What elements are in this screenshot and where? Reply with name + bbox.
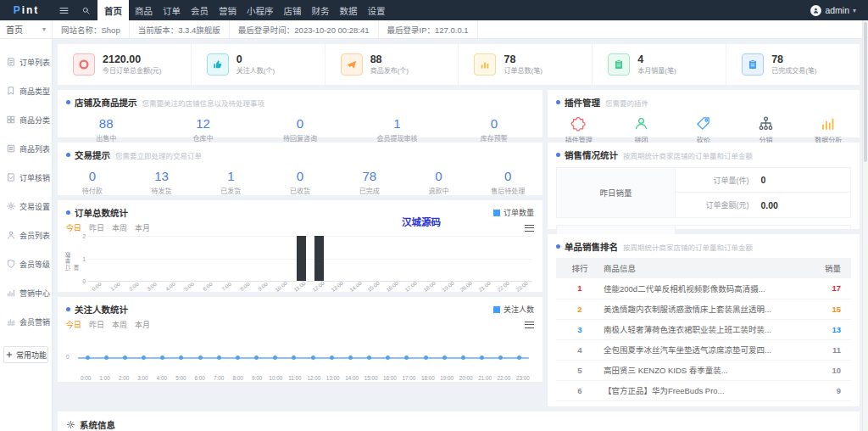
- x-tick: 0:00: [88, 283, 107, 297]
- sidebar-footer-button[interactable]: 常用功能: [3, 346, 48, 363]
- shop-stat[interactable]: 0待回复咨询: [252, 116, 348, 143]
- trade-stat[interactable]: 78已完成: [335, 169, 404, 195]
- panel-title: 系统信息: [80, 418, 115, 431]
- plugin-item[interactable]: 插件管理: [548, 115, 610, 144]
- sidebar-page-select-value: 首页: [6, 23, 23, 36]
- x-tick: 14:00: [348, 283, 366, 297]
- ranking-product-name[interactable]: 佳能200d二代单反相机视频影像数码高清摄...: [604, 278, 802, 299]
- trade-stat[interactable]: 0已收货: [265, 169, 335, 195]
- sidebar-item[interactable]: 会员列表: [0, 221, 52, 249]
- sidebar-item[interactable]: 会员营销: [0, 307, 52, 336]
- x-tick-label: 9:00: [248, 375, 266, 381]
- ranking-product-name[interactable]: 美逸情趣内衣制服诱惑激情床上套装黑丝透明...: [604, 299, 802, 319]
- order-verify-icon: [6, 172, 16, 182]
- sidebar-toggle-icon[interactable]: [53, 0, 75, 20]
- main-menu-item[interactable]: 订单: [159, 0, 185, 20]
- x-tick-label: 22:00: [496, 280, 510, 293]
- main-menu-item[interactable]: 小程序: [242, 0, 278, 20]
- y-tick: 0: [82, 278, 86, 284]
- page-scrollbar[interactable]: [862, 20, 868, 431]
- shop-stat[interactable]: 0库存预警: [446, 116, 542, 143]
- main-menu-item[interactable]: 数据: [336, 0, 362, 20]
- sidebar-item[interactable]: 订单核销: [0, 163, 52, 192]
- chart-menu-icon[interactable]: [525, 225, 534, 232]
- sidebar-page-select[interactable]: 首页 ▾: [0, 20, 53, 38]
- sidebar-item[interactable]: 商品分类: [0, 105, 52, 134]
- stat-card[interactable]: 88商品发布(个): [325, 44, 459, 85]
- chart-period-tab[interactable]: 今日: [66, 222, 81, 233]
- shop-stat[interactable]: 1会员提现审核: [348, 116, 445, 143]
- sidebar-item[interactable]: 订单列表: [0, 48, 52, 76]
- plus-icon: [5, 350, 14, 359]
- main-menu-item[interactable]: 商品: [131, 0, 157, 20]
- chart-menu-icon[interactable]: [525, 322, 534, 328]
- ranking-product-name[interactable]: 南极人轻奢薄荷色连衣裙职业装上班工装时装...: [604, 319, 802, 339]
- sidebar-item[interactable]: 会员等级: [0, 249, 52, 278]
- chart-period-tab[interactable]: 本周: [112, 222, 127, 233]
- main-menu: 首页商品订单会员营销小程序店铺财务数据设置: [97, 0, 391, 20]
- trade-stat[interactable]: 0待付款: [58, 169, 127, 195]
- stat-card[interactable]: 78订单总数(笔): [458, 44, 592, 85]
- chart-period-tab[interactable]: 昨日: [89, 319, 104, 330]
- user-menu[interactable]: admin ▾: [810, 0, 868, 20]
- legend-swatch: [493, 306, 500, 313]
- main-menu-item[interactable]: 设置: [364, 0, 390, 20]
- plugin-item[interactable]: 数据分析: [797, 115, 860, 144]
- main-menu-item[interactable]: 店铺: [280, 0, 306, 20]
- plugin-item[interactable]: 拼团: [610, 115, 673, 144]
- ranking-product-name[interactable]: 全包围夏季冰丝汽车坐垫透气凉席凉垫可爱四...: [604, 339, 802, 360]
- stat-card[interactable]: 0关注人数(个): [191, 44, 325, 85]
- chart-period-tab[interactable]: 今日: [66, 319, 81, 330]
- sales-metric-label: 订单量(件): [676, 175, 749, 186]
- ranking-product-name[interactable]: 高田贤三 KENZO KIDS 春季童装...: [604, 360, 802, 380]
- main-menu-item[interactable]: 营销: [214, 0, 241, 20]
- gear-icon: [66, 420, 75, 429]
- chart-period-tab[interactable]: 本周: [112, 319, 127, 330]
- shop-stat[interactable]: 88出售中: [58, 116, 154, 143]
- stat-card[interactable]: 78已完成交易(笔): [726, 44, 860, 85]
- sidebar-item-label: 订单核销: [19, 172, 50, 183]
- trade-stat[interactable]: 0售后待处理: [473, 169, 542, 195]
- group-icon: [633, 115, 649, 132]
- x-tick-label: 2:00: [127, 281, 139, 292]
- chart-period-tab[interactable]: 本月: [135, 222, 150, 233]
- trade-stat[interactable]: 1已发货: [196, 169, 265, 195]
- chart-period-tab[interactable]: 昨日: [89, 222, 104, 233]
- watermark-link[interactable]: 汉城源码: [402, 215, 441, 228]
- main-menu-item[interactable]: 会员: [186, 0, 213, 20]
- stat-card[interactable]: 4本月销量(笔): [592, 44, 726, 85]
- x-tick: 16:00: [384, 283, 403, 297]
- sidebar-item[interactable]: 商品列表: [0, 134, 52, 163]
- shop-stat[interactable]: 12仓库中: [154, 116, 251, 143]
- trade-tips-panel: 交易提示 您需要立即处理的交易订单 0待付款13待发货1已发货0已收货78已完成…: [58, 143, 542, 195]
- x-tick-label: 17:00: [403, 280, 418, 293]
- trade-stat[interactable]: 13待发货: [127, 169, 197, 195]
- sidebar-item[interactable]: 交易设置: [0, 192, 52, 221]
- sidebar-item[interactable]: 商品类型: [0, 76, 52, 105]
- x-tick-label: 17:00: [399, 375, 418, 381]
- trade-stat[interactable]: 0退款中: [404, 169, 474, 195]
- x-tick: 7:00: [218, 283, 236, 297]
- plugin-item[interactable]: 分销: [735, 115, 798, 144]
- plugin-item[interactable]: 砍价: [672, 115, 735, 144]
- scrollbar-thumb[interactable]: [864, 22, 867, 162]
- bar-slot: [292, 236, 310, 281]
- chart-period-tab[interactable]: 本月: [135, 319, 150, 330]
- ranking-header-cell: 销量: [802, 258, 851, 278]
- order-chart-yticks: 210: [82, 233, 86, 284]
- main-menu-item[interactable]: 首页: [97, 0, 129, 20]
- x-tick: 22:00: [495, 283, 514, 297]
- search-icon[interactable]: [75, 0, 97, 20]
- ranking-product-name[interactable]: 【官方正品】华为FreeBuds Pro...: [604, 380, 802, 400]
- main-menu-item[interactable]: 财务: [308, 0, 334, 20]
- member-marketing-icon: [6, 316, 16, 327]
- ranking-header-row: 排行商品信息销量: [556, 258, 851, 278]
- y-tick: 1: [82, 256, 86, 262]
- x-tick-label: 22:00: [494, 375, 513, 381]
- y-tick: 2: [82, 233, 86, 239]
- x-tick-label: 11:00: [292, 280, 306, 293]
- sidebar-item[interactable]: 营销中心: [0, 278, 52, 307]
- stat-card[interactable]: 2120.00今日订单总金额(元): [58, 44, 191, 85]
- x-tick-label: 11:00: [286, 375, 304, 381]
- sidebar-item-label: 营销中心: [19, 288, 50, 299]
